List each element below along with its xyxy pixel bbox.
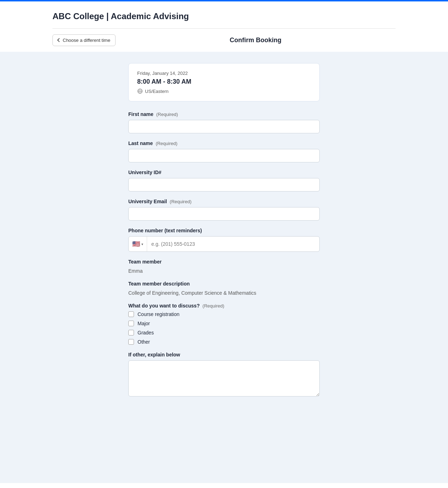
us-flag-icon: 🇺🇸	[132, 240, 140, 248]
checkbox-grades[interactable]	[128, 330, 134, 336]
page-title: ABC College | Academic Advising	[52, 11, 396, 21]
phone-label: Phone number (text reminders)	[128, 228, 320, 233]
other-explain-field: If other, explain below	[128, 352, 320, 398]
university-email-label: University Email (Required)	[128, 199, 320, 204]
checkbox-label-major: Major	[138, 321, 150, 326]
header: ABC College | Academic Advising	[0, 1, 448, 28]
checkbox-item-course-registration[interactable]: Course registration	[128, 311, 320, 317]
team-member-desc-field: Team member description College of Engin…	[128, 281, 320, 296]
first-name-field: First name (Required)	[128, 111, 320, 133]
university-id-input[interactable]	[128, 178, 320, 192]
team-member-field: Team member Emma	[128, 259, 320, 274]
last-name-field: Last name (Required)	[128, 140, 320, 162]
confirm-booking-title: Confirm Booking	[116, 37, 396, 44]
university-email-input[interactable]	[128, 207, 320, 221]
checkbox-major[interactable]	[128, 321, 134, 326]
checkbox-item-major[interactable]: Major	[128, 321, 320, 326]
phone-flag-button[interactable]: 🇺🇸 ▾	[129, 237, 147, 251]
discuss-field: What do you want to discuss? (Required) …	[128, 303, 320, 345]
checkbox-course-registration[interactable]	[128, 311, 134, 317]
other-explain-textarea[interactable]	[128, 360, 320, 396]
checkbox-label-grades: Grades	[138, 330, 154, 336]
booking-date: Friday, January 14, 2022	[137, 71, 311, 76]
checkbox-item-other[interactable]: Other	[128, 339, 320, 345]
other-explain-label: If other, explain below	[128, 352, 320, 357]
team-member-desc-label: Team member description	[128, 281, 320, 287]
team-member-value: Emma	[128, 267, 320, 274]
first-name-input[interactable]	[128, 120, 320, 133]
chevron-left-icon	[57, 38, 61, 42]
team-member-desc-value: College of Engineering, Computer Science…	[128, 289, 320, 296]
university-id-label: University ID#	[128, 170, 320, 175]
main-content: Friday, January 14, 2022 8:00 AM - 8:30 …	[0, 52, 448, 483]
checkbox-label-other: Other	[138, 339, 150, 345]
university-id-field: University ID#	[128, 170, 320, 192]
last-name-input[interactable]	[128, 149, 320, 162]
phone-field: Phone number (text reminders) 🇺🇸 ▾	[128, 228, 320, 252]
timezone-label: US/Eastern	[145, 89, 168, 94]
discuss-label: What do you want to discuss? (Required)	[128, 303, 320, 309]
phone-input-wrapper: 🇺🇸 ▾	[128, 236, 320, 252]
flag-dropdown-arrow: ▾	[141, 242, 143, 246]
nav-row: Choose a different time Confirm Booking	[0, 29, 448, 52]
checkbox-other[interactable]	[128, 339, 134, 345]
back-button[interactable]: Choose a different time	[52, 34, 116, 46]
discuss-options-group: Course registration Major Grades Other	[128, 311, 320, 345]
phone-number-input[interactable]	[147, 238, 319, 250]
globe-icon	[137, 88, 143, 94]
team-member-label: Team member	[128, 259, 320, 265]
first-name-label: First name (Required)	[128, 111, 320, 117]
checkbox-item-grades[interactable]: Grades	[128, 330, 320, 336]
checkbox-label-course-registration: Course registration	[138, 311, 179, 317]
booking-time: 8:00 AM - 8:30 AM	[137, 78, 311, 85]
form-container: Friday, January 14, 2022 8:00 AM - 8:30 …	[128, 63, 320, 398]
booking-card: Friday, January 14, 2022 8:00 AM - 8:30 …	[128, 63, 320, 101]
university-email-field: University Email (Required)	[128, 199, 320, 221]
booking-timezone: US/Eastern	[137, 88, 311, 94]
last-name-label: Last name (Required)	[128, 140, 320, 146]
